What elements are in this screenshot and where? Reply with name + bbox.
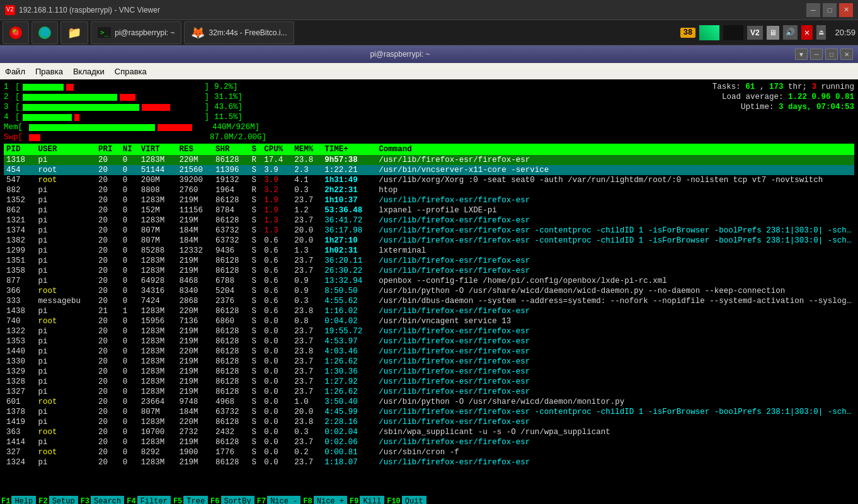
table-row[interactable]: 1358pi2001283M219M86128S0.623.726:30.22/… <box>4 266 854 276</box>
table-row[interactable]: 1374pi200807M184M63732S1.320.036:17.98/u… <box>4 226 854 236</box>
table-row[interactable]: 1440pi2001283M220M86128S0.023.84:03.46/u… <box>4 346 854 357</box>
function-key[interactable]: F10Quit <box>386 496 426 504</box>
proc-cell: pi <box>36 417 96 427</box>
proc-cell: root <box>36 427 96 437</box>
graph-thumb1 <box>699 25 719 40</box>
table-row[interactable]: 1414pi2001283M219M86128S0.023.70:02.06/u… <box>4 437 854 447</box>
window-controls[interactable]: ─ □ ✕ <box>806 3 853 17</box>
proc-cell: 366 <box>4 286 36 296</box>
table-row[interactable]: 333messagebu200742428682376S0.60.34:55.6… <box>4 296 854 306</box>
proc-cell: 15956 <box>139 316 177 326</box>
proc-cell: R <box>249 155 262 165</box>
table-row[interactable]: 740root2001595671366860S0.00.80:04.02/us… <box>4 316 854 326</box>
table-row[interactable]: 1378pi200807M184M63732S0.020.04:45.99/us… <box>4 407 854 417</box>
proc-cell: 23.7 <box>292 256 322 266</box>
proc-cell: 20 <box>96 226 120 236</box>
menu-help[interactable]: Справка <box>115 67 147 76</box>
proc-cell: root <box>36 447 96 457</box>
menu-edit[interactable]: Правка <box>35 67 63 76</box>
proc-cell: 0.6 <box>261 276 292 286</box>
proc-cell: pi <box>36 336 96 346</box>
red-x-icon[interactable]: ✕ <box>801 25 813 40</box>
proc-cell: 86128 <box>213 417 249 427</box>
table-row[interactable]: 862pi200152M111568784S1.91.253:36.48lxpa… <box>4 205 854 215</box>
table-row[interactable]: 1299pi20085288123329436S0.61.31h02:31lxt… <box>4 246 854 256</box>
key-number: F3 <box>79 496 91 504</box>
menu-file[interactable]: Файл <box>5 67 25 76</box>
table-row[interactable]: 1328pi2001283M219M86128S0.023.71:27.92/u… <box>4 377 854 387</box>
proc-cell: 6860 <box>213 316 249 326</box>
table-row[interactable]: 363root2001070027322432S0.00.30:02.04/sb… <box>4 427 854 437</box>
proc-cell: 0.3 <box>292 185 322 195</box>
proc-cell: pi <box>36 457 96 467</box>
proc-cell: 220M <box>176 417 213 427</box>
table-row[interactable]: 1321pi2001283M219M86128S1.323.736:41.72/… <box>4 215 854 226</box>
table-row[interactable]: 1351pi2001283M219M86128S0.623.736:20.11/… <box>4 256 854 266</box>
vnc-scroll-button[interactable]: ▼ <box>795 49 808 60</box>
close-button[interactable]: ✕ <box>839 3 853 17</box>
table-row[interactable]: 1438pi2111283M220M86128S0.623.81:16.02/u… <box>4 306 854 316</box>
proc-cell: S <box>249 195 262 205</box>
function-key[interactable]: F1Help <box>0 496 36 504</box>
cpu2-pct: 31.1%] <box>214 92 243 102</box>
maximize-button[interactable]: □ <box>823 3 837 17</box>
key-number: F6 <box>209 496 220 504</box>
proc-cell: 0.0 <box>261 377 292 387</box>
function-key[interactable]: F6SortBy <box>209 496 255 504</box>
load-v2: 0.96 <box>811 93 830 101</box>
table-row[interactable]: 454root200511442156011396S3.92.31:22.21/… <box>4 165 854 175</box>
taskbar: 🍓 🌐 📁 >_ pi@raspberrypi: ~ 🦊 32m:44s - F… <box>0 20 858 45</box>
proc-cell: 1328 <box>4 377 36 387</box>
proc-cell: 23.8 <box>292 155 322 165</box>
table-row[interactable]: 1318pi2001283M220M86128R17.423.89h57:38/… <box>4 155 854 165</box>
vnc-close-button[interactable]: ✕ <box>840 49 853 60</box>
proc-cell: 0 <box>120 367 139 377</box>
table-row[interactable]: 877pi2006492884686788S0.60.913:32.94open… <box>4 276 854 286</box>
function-key[interactable]: F2Setup <box>37 496 77 504</box>
proc-cell: 1.3 <box>261 226 292 236</box>
proc-cell: /usr/lib/firefox-esr/firefox-esr -conten… <box>376 407 854 417</box>
proc-cell: pi <box>36 276 96 286</box>
vnc-controls[interactable]: ▼ ─ □ ✕ <box>795 49 853 60</box>
table-row[interactable]: 1330pi2001283M219M86128S0.023.71:26.62/u… <box>4 357 854 367</box>
function-key[interactable]: F7Nice - <box>256 496 301 504</box>
proc-cell: 184M <box>176 236 213 246</box>
table-row[interactable]: 1419pi2001283M220M86128S0.023.82:28.16/u… <box>4 417 854 427</box>
terminal-label: pi@raspberrypi: ~ <box>115 28 174 37</box>
proc-cell: 0.6 <box>261 286 292 296</box>
table-row[interactable]: 547root200200M3920019132S3.94.11h31:49/u… <box>4 175 854 185</box>
proc-cell: 0 <box>120 276 139 286</box>
proc-cell: 23.7 <box>292 266 322 276</box>
proc-cell: /usr/lib/firefox-esr/firefox-esr <box>376 437 854 447</box>
function-key[interactable]: F5Tree <box>172 496 208 504</box>
proc-cell: 20 <box>96 407 120 417</box>
proc-cell: 20 <box>96 457 120 467</box>
taskbar-item-firefox[interactable]: 🦊 32m:44s - FreeBitco.i... <box>184 21 294 44</box>
taskbar-item-raspberry[interactable]: 🍓 <box>3 21 29 44</box>
table-row[interactable]: 601root2002366497484968S0.01.03:50.40/us… <box>4 397 854 407</box>
minimize-button[interactable]: ─ <box>806 3 820 17</box>
taskbar-item-files[interactable]: 📁 <box>60 21 88 44</box>
table-row[interactable]: 327root200829219001776S0.00.20:00.81/usr… <box>4 447 854 457</box>
table-row[interactable]: 1324pi2001283M219M86128S0.023.71:18.07/u… <box>4 457 854 467</box>
table-row[interactable]: 366root2003431683405204S0.60.98:50.50/us… <box>4 286 854 296</box>
vnc-maximize-button[interactable]: □ <box>825 49 838 60</box>
table-row[interactable]: 1322pi2001283M219M86128S0.023.719:55.72/… <box>4 326 854 336</box>
table-row[interactable]: 1353pi2001283M219M86128S0.023.74:53.97/u… <box>4 336 854 346</box>
disconnect-icon[interactable]: ⏏ <box>816 25 826 40</box>
function-key[interactable]: F9Kill <box>348 496 384 504</box>
table-row[interactable]: 1352pi2001283M219M86128S1.923.71h10:37/u… <box>4 195 854 205</box>
taskbar-item-terminal[interactable]: >_ pi@raspberrypi: ~ <box>91 21 181 44</box>
vnc-minimize-button[interactable]: ─ <box>810 49 823 60</box>
function-key[interactable]: F4Filter <box>125 496 171 504</box>
proc-cell: S <box>249 175 262 185</box>
table-row[interactable]: 1327pi2001283M219M86128S0.023.71:26.62/u… <box>4 387 854 397</box>
table-row[interactable]: 882pi200880827601964R3.20.32h22:31htop <box>4 185 854 195</box>
uptime-line: Uptime: 3 days, 07:04:53 <box>640 102 854 112</box>
table-row[interactable]: 1329pi2001283M219M86128S0.023.71:30.36/u… <box>4 367 854 377</box>
table-row[interactable]: 1382pi200807M184M63732S0.620.01h27:10/us… <box>4 236 854 246</box>
function-key[interactable]: F8Nice + <box>302 496 347 504</box>
menu-tabs[interactable]: Вкладки <box>73 67 105 76</box>
taskbar-item-browser[interactable]: 🌐 <box>31 21 58 44</box>
function-key[interactable]: F3Search <box>79 496 125 504</box>
